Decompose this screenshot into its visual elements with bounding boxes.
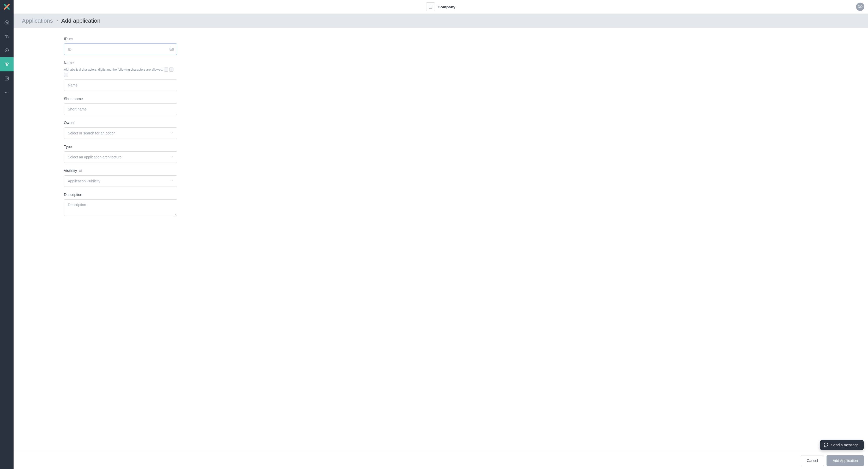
- chat-widget[interactable]: Send a message: [820, 440, 864, 450]
- svg-point-1: [8, 37, 9, 37]
- svg-rect-8: [6, 78, 7, 79]
- main: Company DO Applications Add application …: [13, 0, 868, 469]
- svg-point-3: [6, 50, 7, 51]
- content: ID Name Alphabetical ch: [13, 28, 868, 452]
- svg-point-4: [5, 63, 6, 64]
- label-type: Type: [64, 145, 72, 149]
- svg-rect-12: [429, 5, 432, 8]
- svg-rect-7: [5, 77, 8, 80]
- svg-rect-14: [170, 48, 174, 51]
- chip-dash: -: [169, 67, 174, 72]
- type-select[interactable]: Select an application architecture: [64, 152, 177, 163]
- company-icon[interactable]: [426, 2, 435, 11]
- chip-underscore: _: [164, 67, 168, 72]
- svg-point-6: [6, 64, 7, 66]
- label-owner: Owner: [64, 121, 74, 125]
- chevron-down-icon: [170, 179, 173, 183]
- visibility-select[interactable]: Application Publicity: [64, 175, 177, 187]
- header-company-label[interactable]: Company: [438, 5, 455, 9]
- sidebar: [0, 0, 13, 469]
- chevron-down-icon: [170, 131, 173, 135]
- nav-flows[interactable]: [0, 29, 13, 43]
- name-help: Alphabetical characters, digits and the …: [64, 67, 177, 77]
- type-placeholder: Select an application architecture: [68, 155, 122, 159]
- field-name: Name Alphabetical characters, digits and…: [64, 61, 177, 91]
- id-input[interactable]: [64, 43, 177, 55]
- chip-dot: .: [64, 73, 68, 77]
- svg-rect-13: [70, 38, 72, 40]
- chevron-right-icon: [56, 19, 59, 23]
- field-short-name: Short name: [64, 97, 177, 115]
- chevron-down-icon: [170, 155, 173, 159]
- label-id: ID: [64, 37, 67, 41]
- svg-rect-16: [79, 170, 82, 172]
- nav-applications[interactable]: [0, 57, 13, 71]
- cancel-button[interactable]: Cancel: [801, 455, 824, 466]
- field-description: Description: [64, 193, 177, 217]
- nav-box[interactable]: [0, 71, 13, 86]
- breadcrumb: Applications Add application: [13, 14, 868, 28]
- field-type: Type Select an application architecture: [64, 145, 177, 163]
- label-name: Name: [64, 61, 73, 65]
- nav-target[interactable]: [0, 43, 13, 57]
- breadcrumb-root[interactable]: Applications: [22, 18, 53, 24]
- card-icon: [69, 37, 73, 41]
- field-visibility: Visibility Application Publicity: [64, 169, 177, 187]
- owner-select[interactable]: Select or search for an option: [64, 127, 177, 139]
- svg-point-9: [5, 92, 6, 93]
- label-description: Description: [64, 193, 82, 197]
- breadcrumb-current: Add application: [61, 18, 100, 24]
- svg-point-10: [6, 92, 7, 93]
- header-center: Company: [426, 2, 455, 11]
- chat-icon: [824, 442, 829, 448]
- card-icon: [79, 169, 82, 172]
- svg-point-11: [8, 92, 9, 93]
- add-application-form: ID Name Alphabetical ch: [64, 37, 177, 217]
- add-application-button[interactable]: Add Application: [827, 455, 864, 466]
- name-help-text: Alphabetical characters, digits and the …: [64, 68, 163, 71]
- visibility-placeholder: Application Publicity: [68, 179, 100, 183]
- footer: Cancel Add Application: [13, 452, 868, 469]
- label-visibility: Visibility: [64, 169, 77, 173]
- owner-placeholder: Select or search for an option: [68, 131, 116, 135]
- header: Company DO: [13, 0, 868, 14]
- nav-home[interactable]: [0, 15, 13, 29]
- chat-label: Send a message: [831, 443, 859, 447]
- logo[interactable]: [0, 0, 13, 13]
- avatar[interactable]: DO: [856, 3, 864, 11]
- name-input[interactable]: [64, 79, 177, 91]
- svg-point-15: [170, 49, 172, 49]
- field-owner: Owner Select or search for an option: [64, 121, 177, 139]
- contact-card-icon[interactable]: [169, 47, 174, 52]
- field-id: ID: [64, 37, 177, 55]
- description-textarea[interactable]: [64, 199, 177, 216]
- svg-point-0: [5, 35, 6, 36]
- svg-point-5: [7, 63, 8, 64]
- nav-more[interactable]: [0, 86, 13, 100]
- label-short-name: Short name: [64, 97, 83, 101]
- short-name-input[interactable]: [64, 103, 177, 115]
